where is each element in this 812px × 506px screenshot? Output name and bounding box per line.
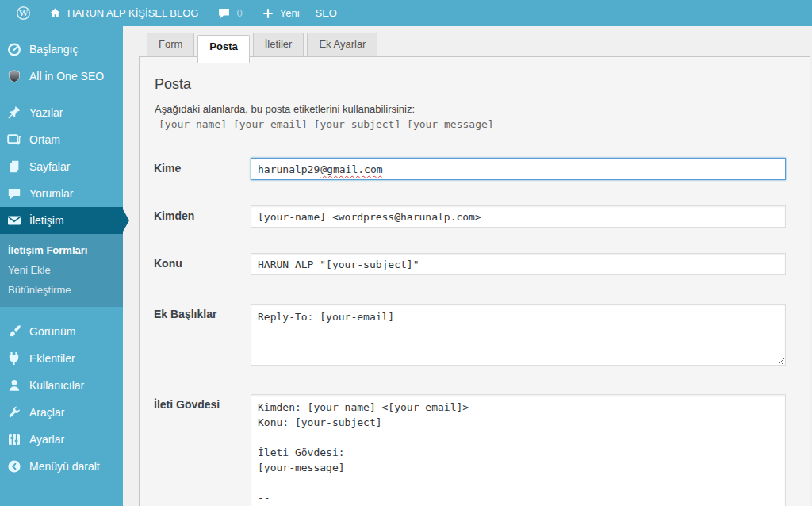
site-name: HARUN ALP KİŞİSEL BLOG: [67, 7, 198, 19]
to-field-label: Kime: [154, 158, 251, 180]
new-label: Yeni: [280, 7, 300, 19]
sidebar-item-label: Ortam: [29, 133, 60, 146]
available-mail-tags: [your-name] [your-email] [your-subject] …: [159, 118, 797, 130]
sidebar-separator: [0, 90, 123, 99]
dashboard-icon: [6, 41, 22, 57]
seo-label: SEO: [316, 7, 337, 19]
admin-bar: W HARUN ALP KİŞİSEL BLOG 0 Yeni SEO: [0, 0, 812, 26]
message-body-row: İleti Gövdesi Kimden: [your-name] <[your…: [154, 394, 797, 506]
seo-shield-icon: [6, 68, 22, 84]
comments-icon: [6, 186, 22, 201]
subject-field-label: Konu: [154, 253, 251, 275]
sidebar-item-posts[interactable]: Yazılar: [0, 99, 123, 126]
seo-admin-link[interactable]: SEO: [309, 0, 343, 26]
wordpress-logo-icon: W: [16, 6, 31, 21]
sidebar-item-label: Başlangıç: [29, 43, 78, 56]
sidebar-item-label: All in One SEO: [29, 70, 104, 82]
sidebar-item-label: Ayarlar: [29, 433, 64, 446]
subject-field-row: Konu: [154, 253, 797, 275]
submenu-item-contact-forms[interactable]: İletişim Formları: [0, 240, 123, 260]
media-icon: [6, 132, 22, 148]
sidebar-item-label: Eklentiler: [29, 352, 75, 365]
comment-count: 0: [236, 7, 242, 19]
mail-icon: [6, 213, 22, 228]
sidebar-item-label: Yorumlar: [29, 187, 74, 200]
pages-icon: [6, 159, 22, 174]
site-name-link[interactable]: HARUN ALP KİŞİSEL BLOG: [42, 0, 205, 26]
editor-tabs: Form Posta İletiler Ek Ayarlar: [147, 33, 812, 56]
submenu-item-add-new[interactable]: Yeni Ekle: [0, 260, 123, 280]
sidebar-item-pages[interactable]: Sayfalar: [0, 153, 123, 180]
sidebar-item-tools[interactable]: Araçlar: [0, 399, 123, 426]
panel-title: Posta: [155, 76, 797, 93]
plugin-icon: [6, 351, 22, 366]
additional-headers-row: Ek Başlıklar Reply-To: [your-email]: [154, 304, 797, 366]
additional-headers-label: Ek Başlıklar: [154, 304, 251, 366]
sidebar-item-label: Araçlar: [29, 406, 64, 419]
to-field-row: Kime harunalp29 @gmail.com: [154, 158, 797, 180]
mail-tab-panel: Posta Aşağıdaki alanlarda, bu posta etik…: [139, 56, 810, 506]
tab-mail[interactable]: Posta: [197, 35, 249, 63]
comments-bubble-icon: [217, 6, 231, 20]
from-field-row: Kimden: [154, 205, 797, 228]
from-input[interactable]: [251, 205, 786, 228]
sidebar-item-settings[interactable]: Ayarlar: [0, 426, 123, 453]
plus-icon: [262, 7, 274, 20]
pin-icon: [6, 105, 22, 121]
wordpress-menu-button[interactable]: W: [10, 0, 37, 26]
sidebar-item-media[interactable]: Ortam: [0, 126, 123, 153]
subject-input[interactable]: [251, 253, 786, 275]
to-input[interactable]: harunalp29 @gmail.com: [251, 158, 786, 180]
sidebar-item-comments[interactable]: Yorumlar: [0, 180, 123, 207]
tab-messages[interactable]: İletiler: [253, 33, 304, 56]
collapse-arrow-icon: [6, 458, 22, 474]
brush-icon: [6, 324, 22, 339]
sidebar-item-label: Kullanıcılar: [29, 379, 84, 392]
sidebar-separator: [0, 307, 123, 318]
message-body-label: İleti Gövdesi: [154, 394, 251, 506]
user-icon: [6, 378, 22, 393]
submenu-item-integration[interactable]: Bütünleştirme: [0, 280, 123, 300]
tab-additional-settings[interactable]: Ek Ayarlar: [307, 33, 377, 56]
admin-sidebar: Başlangıç All in One SEO: [0, 26, 123, 506]
main-content: Form Posta İletiler Ek Ayarlar Posta Aşa…: [123, 26, 812, 506]
mail-settings-form: Kime harunalp29 @gmail.com Kimden: [154, 158, 797, 506]
collapse-menu-label: Menüyü daralt: [29, 460, 100, 473]
contact-submenu: İletişim Formları Yeni Ekle Bütünleştirm…: [0, 234, 123, 307]
new-content-button[interactable]: Yeni: [255, 0, 306, 26]
settings-icon: [6, 431, 22, 447]
additional-headers-textarea[interactable]: Reply-To: [your-email]: [251, 304, 786, 366]
svg-text:W: W: [18, 9, 29, 17]
sidebar-item-label: Görünüm: [29, 325, 75, 338]
sidebar-item-label: Yazılar: [29, 106, 63, 119]
home-icon: [48, 6, 62, 20]
to-value-after-caret: @gmail.com: [320, 163, 382, 175]
to-value-before-caret: harunalp29: [258, 163, 320, 175]
sidebar-item-plugins[interactable]: Eklentiler: [0, 345, 123, 372]
collapse-menu-button[interactable]: Menüyü daralt: [0, 453, 123, 480]
sidebar-item-all-in-one-seo[interactable]: All in One SEO: [0, 63, 123, 90]
sidebar-item-contact[interactable]: İletişim: [0, 207, 123, 234]
sidebar-item-label: Sayfalar: [29, 160, 70, 173]
wrench-icon: [6, 404, 22, 420]
tab-form[interactable]: Form: [147, 33, 194, 56]
sidebar-item-appearance[interactable]: Görünüm: [0, 318, 123, 345]
from-field-label: Kimden: [154, 205, 251, 228]
sidebar-item-dashboard[interactable]: Başlangıç: [0, 36, 123, 63]
sidebar-item-users[interactable]: Kullanıcılar: [0, 372, 123, 399]
message-body-textarea[interactable]: Kimden: [your-name] <[your-email]> Konu:…: [251, 394, 786, 506]
sidebar-item-label: İletişim: [29, 214, 64, 227]
mail-tags-hint: Aşağıdaki alanlarda, bu posta etiketleri…: [155, 103, 797, 115]
comments-admin-link[interactable]: 0: [211, 0, 248, 26]
